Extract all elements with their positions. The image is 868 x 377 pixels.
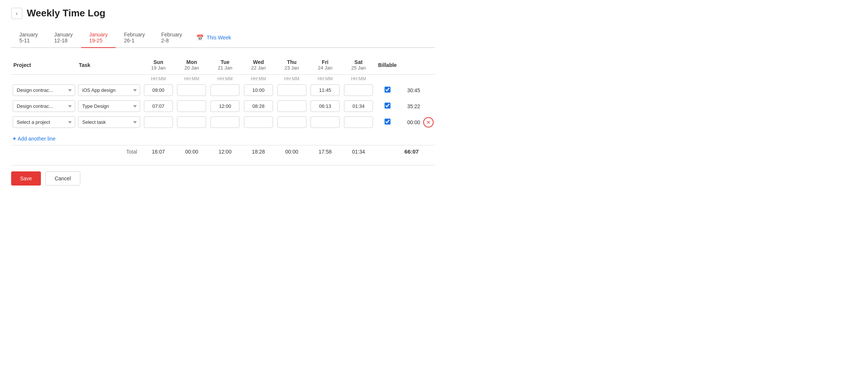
billable-checkbox-3[interactable]	[385, 119, 390, 125]
col-header-mon: Mon 20 Jan	[175, 57, 209, 75]
time-input-row3-thu[interactable]	[277, 116, 306, 128]
col-header-sun: Sun 19 Jan	[142, 57, 175, 75]
total-sat: 01:34	[342, 145, 375, 158]
task-cell-1: iOS App design	[77, 82, 142, 98]
time-input-row1-sat[interactable]	[344, 84, 373, 96]
delete-row-button[interactable]: ✕	[423, 117, 434, 128]
time-input-row2-fri[interactable]	[311, 100, 340, 112]
time-table: Project Task Sun 19 Jan Mon 20 Jan Tue 2…	[11, 57, 435, 158]
task-select-1[interactable]: iOS App design	[78, 84, 140, 96]
total-thu: 00:00	[275, 145, 309, 158]
time-input-row3-wed[interactable]	[244, 116, 273, 128]
time-input-row3-tue[interactable]	[210, 116, 239, 128]
this-week-button[interactable]: 📅 This Week	[190, 30, 237, 45]
time-input-row1-wed[interactable]	[244, 84, 273, 96]
total-sun: 16:07	[142, 145, 175, 158]
tab-jan12[interactable]: January12-18	[46, 28, 81, 48]
time-input-row3-sat[interactable]	[344, 116, 373, 128]
col-header-sat: Sat 25 Jan	[342, 57, 375, 75]
time-input-row2-mon[interactable]	[177, 100, 206, 112]
time-input-row1-fri[interactable]	[311, 84, 340, 96]
save-button[interactable]: Save	[11, 171, 41, 186]
col-header-billable: Billable	[375, 57, 400, 75]
time-input-row1-mon[interactable]	[177, 84, 206, 96]
table-row: Design contrac... iOS App design 30:45	[11, 82, 435, 98]
time-input-row3-mon[interactable]	[177, 116, 206, 128]
time-input-row2-tue[interactable]	[210, 100, 239, 112]
task-select-2[interactable]: Type Design	[78, 100, 140, 112]
time-input-row1-sun[interactable]	[144, 84, 173, 96]
time-input-row2-wed[interactable]	[244, 100, 273, 112]
time-input-row3-sun[interactable]	[144, 116, 173, 128]
row-total-1: 30:45	[400, 82, 422, 98]
task-select-3[interactable]: Select task	[78, 116, 140, 128]
time-input-row2-sat[interactable]	[344, 100, 373, 112]
time-input-row2-thu[interactable]	[277, 100, 306, 112]
project-select-3[interactable]: Select a project	[13, 116, 75, 128]
time-input-row3-fri[interactable]	[311, 116, 340, 128]
col-header-thu: Thu 23 Jan	[275, 57, 309, 75]
this-week-label: This Week	[207, 35, 231, 41]
tab-feb26[interactable]: February26-1	[116, 28, 153, 48]
add-line-row: + Add another line	[11, 130, 435, 145]
week-tabs: January5-11 January12-18 January19-25 Fe…	[11, 28, 435, 48]
row-total-3: 00:00	[400, 114, 422, 130]
col-header-total	[400, 57, 422, 75]
back-button[interactable]: ‹	[11, 8, 22, 19]
add-line-label: Add another line	[17, 136, 55, 142]
total-wed: 18:28	[242, 145, 275, 158]
page-title: Weekly Time Log	[27, 7, 105, 19]
billable-checkbox-2[interactable]	[385, 103, 390, 109]
table-row: Design contrac... Type Design 35:22	[11, 98, 435, 114]
time-input-row1-thu[interactable]	[277, 84, 306, 96]
task-cell-2: Type Design	[77, 98, 142, 114]
tab-jan5[interactable]: January5-11	[11, 28, 46, 48]
total-label: Total	[77, 145, 142, 158]
total-mon: 00:00	[175, 145, 209, 158]
col-header-project: Project	[11, 57, 77, 75]
tab-feb2[interactable]: February2-8	[153, 28, 190, 48]
hhmm-label-row: HH:MM HH:MM HH:MM HH:MM HH:MM HH:MM HH:M…	[11, 75, 435, 82]
billable-checkbox-1[interactable]	[385, 87, 390, 93]
project-select-1[interactable]: Design contrac...	[13, 84, 75, 96]
project-cell-1: Design contrac...	[11, 82, 77, 98]
project-cell-2: Design contrac...	[11, 98, 77, 114]
col-header-wed: Wed 22 Jan	[242, 57, 275, 75]
col-header-delete	[422, 57, 435, 75]
time-input-row2-sun[interactable]	[144, 100, 173, 112]
col-header-task: Task	[77, 57, 142, 75]
project-select-2[interactable]: Design contrac...	[13, 100, 75, 112]
total-tue: 12:00	[208, 145, 242, 158]
time-input-row1-tue[interactable]	[210, 84, 239, 96]
add-line-button[interactable]: + Add another line	[13, 135, 55, 142]
plus-icon: +	[13, 135, 16, 142]
total-fri: 17:58	[308, 145, 342, 158]
row-total-2: 35:22	[400, 98, 422, 114]
project-cell-3: Select a project	[11, 114, 77, 130]
table-row: Select a project Select task 00:00	[11, 114, 435, 130]
grand-total: 66:07	[400, 145, 422, 158]
tab-jan19[interactable]: January19-25	[81, 28, 116, 48]
col-header-fri: Fri 24 Jan	[308, 57, 342, 75]
footer-actions: Save Cancel	[11, 165, 435, 186]
calendar-icon: 📅	[196, 34, 204, 41]
task-cell-3: Select task	[77, 114, 142, 130]
col-header-tue: Tue 21 Jan	[208, 57, 242, 75]
totals-row: Total 16:07 00:00 12:00 18:28 00:00 17:5…	[11, 145, 435, 158]
cancel-button[interactable]: Cancel	[45, 171, 80, 186]
